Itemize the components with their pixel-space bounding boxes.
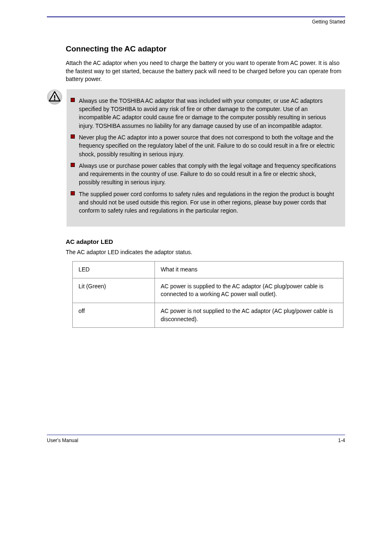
warning-icon <box>47 89 62 105</box>
square-bullet-icon <box>71 191 75 195</box>
table-cell: off <box>73 303 155 328</box>
table-row: Lit (Green) AC power is supplied to the … <box>73 278 344 303</box>
svg-rect-2 <box>54 99 55 100</box>
warning-item: Never plug the AC adaptor into a power s… <box>71 133 338 158</box>
table-cell: AC power is not supplied to the AC adapt… <box>155 303 344 328</box>
square-bullet-icon <box>71 134 75 139</box>
footer-rule <box>47 435 345 435</box>
warning-text: Always use or purchase power cables that… <box>79 162 338 187</box>
led-table: LED What it means Lit (Green) AC power i… <box>72 261 344 328</box>
header-rule <box>47 16 345 17</box>
header-label: Getting Started <box>47 19 345 25</box>
subtext: The AC adaptor LED indicates the adaptor… <box>66 248 345 257</box>
warning-text: Never plug the AC adaptor into a power s… <box>79 133 338 158</box>
footer-left: User's Manual <box>47 438 78 443</box>
warning-item: Always use the TOSHIBA AC adaptor that w… <box>71 97 338 130</box>
square-bullet-icon <box>71 98 75 102</box>
square-bullet-icon <box>71 163 75 167</box>
warning-callout: Always use the TOSHIBA AC adaptor that w… <box>47 89 345 227</box>
table-cell: LED <box>73 262 155 278</box>
section-title: Connecting the AC adaptor <box>66 44 345 53</box>
warning-text: Always use the TOSHIBA AC adaptor that w… <box>79 97 338 130</box>
warning-text: The supplied power cord conforms to safe… <box>79 190 338 215</box>
table-row: LED What it means <box>73 262 344 278</box>
table-row: off AC power is not supplied to the AC a… <box>73 303 344 328</box>
table-cell: Lit (Green) <box>73 278 155 303</box>
footer-right: 1-4 <box>338 438 345 443</box>
svg-rect-1 <box>54 95 55 98</box>
table-cell: What it means <box>155 262 344 278</box>
warning-box: Always use the TOSHIBA AC adaptor that w… <box>67 89 345 227</box>
table-cell: AC power is supplied to the AC adaptor (… <box>155 278 344 303</box>
footer: User's Manual 1-4 <box>47 438 345 443</box>
page: Getting Started Connecting the AC adapto… <box>0 0 392 460</box>
subheading: AC adaptor LED <box>66 238 345 245</box>
warning-item: Always use or purchase power cables that… <box>71 162 338 187</box>
section-intro: Attach the AC adaptor when you need to c… <box>66 59 345 83</box>
warning-item: The supplied power cord conforms to safe… <box>71 190 338 215</box>
